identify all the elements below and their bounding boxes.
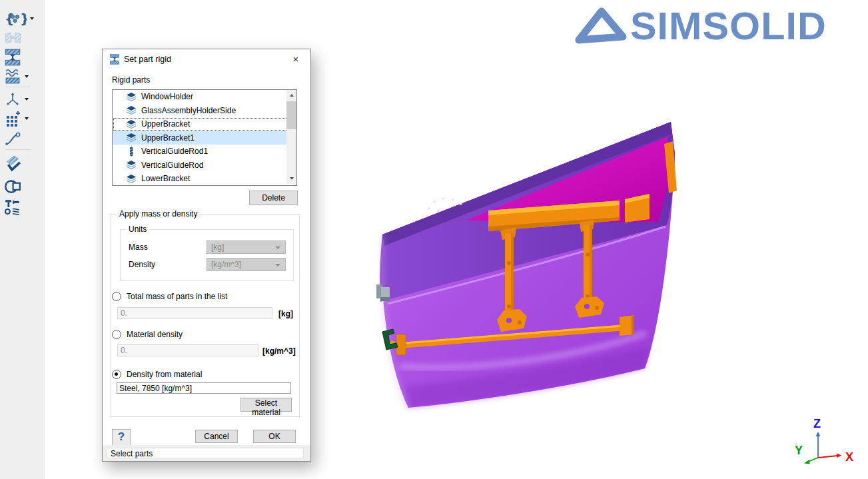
connect-parts-button-disabled bbox=[4, 29, 39, 47]
chevron-down-icon bbox=[275, 246, 280, 249]
scrollbar-thumb[interactable] bbox=[286, 101, 296, 129]
list-item[interactable]: GlassAssemblyHolderSide bbox=[113, 104, 296, 118]
total-mass-input[interactable] bbox=[117, 307, 272, 319]
rigid-parts-label: Rigid parts bbox=[112, 75, 150, 85]
layers-icon bbox=[126, 92, 137, 102]
viewport-3d[interactable] bbox=[360, 100, 693, 433]
review-icon bbox=[4, 177, 21, 195]
y-axis-label: Y bbox=[795, 444, 803, 457]
x-axis-arrow bbox=[837, 454, 841, 458]
part-name: GlassAssemblyHolderSide bbox=[141, 106, 236, 115]
material-value-field[interactable] bbox=[117, 382, 291, 394]
apply-check-button[interactable] bbox=[4, 153, 39, 173]
z-axis-label: Z bbox=[813, 417, 821, 430]
units-group-label: Units bbox=[126, 225, 149, 234]
chevron-down-icon bbox=[25, 75, 29, 78]
part-name: VerticalGuideRod bbox=[141, 161, 203, 170]
help-button[interactable]: ? bbox=[112, 429, 131, 446]
logo-text: SIMSOLID bbox=[630, 5, 827, 47]
spline-button[interactable] bbox=[4, 129, 39, 148]
layers-icon bbox=[126, 160, 137, 170]
coordinate-system-icon bbox=[4, 91, 21, 107]
chevron-down-icon bbox=[25, 117, 29, 120]
part-name: LowerBracket bbox=[141, 174, 190, 183]
layers-icon bbox=[126, 174, 137, 184]
delete-button[interactable]: Delete bbox=[249, 191, 298, 205]
coordinate-system-button[interactable] bbox=[4, 90, 39, 109]
mass-label: Mass bbox=[129, 242, 148, 252]
total-mass-option[interactable]: Total mass of parts in the list bbox=[112, 292, 227, 301]
set-part-rigid-icon bbox=[109, 54, 120, 65]
density-from-material-label: Density from material bbox=[127, 370, 202, 379]
list-item[interactable]: WindowHolder bbox=[113, 90, 296, 104]
total-mass-label: Total mass of parts in the list bbox=[127, 292, 227, 301]
material-density-option[interactable]: Material density bbox=[112, 330, 183, 339]
close-icon[interactable]: × bbox=[281, 49, 310, 69]
set-part-rigid-icon bbox=[4, 49, 21, 66]
density-unit-select: [kg/m^3] bbox=[207, 258, 286, 271]
part-name: VerticalGuideRod1 bbox=[141, 147, 208, 156]
apply-mass-group-label: Apply mass or density bbox=[117, 209, 200, 219]
set-part-rigid-dialog: Set part rigid × Rigid parts WindowHolde… bbox=[102, 49, 311, 462]
layers-icon bbox=[126, 133, 137, 143]
total-mass-radio[interactable] bbox=[112, 292, 121, 301]
list-item[interactable]: LowerBracket bbox=[113, 172, 296, 186]
part-name: UpperBracket bbox=[141, 119, 190, 129]
part-name: UpperBracket1 bbox=[141, 133, 195, 143]
svg-text:}: } bbox=[20, 11, 27, 27]
connections-group-button[interactable]: { } bbox=[4, 9, 39, 28]
density-from-material-option[interactable]: Density from material bbox=[112, 370, 202, 379]
material-density-input[interactable] bbox=[117, 344, 258, 356]
seam-weld-icon bbox=[4, 69, 21, 85]
connections-group-icon: { } bbox=[4, 11, 27, 27]
simsolid-logo: SIMSOLID bbox=[570, 5, 819, 48]
apply-check-icon bbox=[4, 155, 21, 172]
fasteners-button[interactable] bbox=[4, 197, 39, 217]
scroll-down-icon[interactable] bbox=[286, 173, 296, 184]
cancel-button[interactable]: Cancel bbox=[195, 430, 238, 443]
scroll-up-icon[interactable] bbox=[286, 90, 296, 101]
layers-icon bbox=[126, 119, 137, 129]
status-bar: Select parts bbox=[107, 448, 304, 458]
list-item[interactable]: VerticalGuideRod1 bbox=[113, 145, 296, 159]
dialog-titlebar[interactable]: Set part rigid × bbox=[103, 49, 310, 69]
dialog-title: Set part rigid bbox=[124, 49, 171, 69]
rigid-parts-list[interactable]: WindowHolder GlassAssemblyHolderSide Upp… bbox=[112, 89, 297, 186]
list-item[interactable]: UpperBracket bbox=[113, 117, 296, 131]
orientation-triad: Z Y X bbox=[789, 414, 863, 478]
material-density-radio[interactable] bbox=[112, 330, 121, 339]
layers-icon bbox=[126, 105, 137, 115]
chevron-down-icon bbox=[25, 98, 29, 101]
list-item[interactable]: UpperBracket1 bbox=[113, 131, 296, 145]
material-density-label: Material density bbox=[127, 330, 183, 339]
ok-button[interactable]: OK bbox=[253, 430, 296, 443]
units-group: Units Mass [kg] Density [kg/m^3] bbox=[120, 229, 294, 281]
toolbar-separator bbox=[5, 149, 31, 150]
set-part-rigid-button[interactable] bbox=[4, 47, 39, 67]
seam-weld-button[interactable] bbox=[4, 67, 39, 86]
select-material-button[interactable]: Select material bbox=[240, 398, 292, 412]
part-name: WindowHolder bbox=[141, 92, 193, 101]
z-axis-arrow bbox=[816, 432, 821, 436]
add-points-button[interactable] bbox=[4, 109, 39, 128]
spline-icon bbox=[4, 131, 21, 147]
x-axis-label: X bbox=[845, 450, 853, 464]
altair-triangle-icon bbox=[570, 5, 630, 48]
add-points-icon bbox=[4, 111, 21, 127]
connect-parts-icon bbox=[4, 31, 23, 45]
review-button[interactable] bbox=[4, 177, 39, 195]
chevron-down-icon bbox=[275, 264, 280, 266]
fasteners-icon bbox=[4, 199, 21, 216]
list-item[interactable]: VerticalGuideRod bbox=[113, 159, 296, 173]
total-mass-unit: [kg] bbox=[278, 309, 293, 318]
rod-icon bbox=[126, 147, 137, 157]
left-toolbar: { } bbox=[0, 0, 45, 479]
density-label: Density bbox=[129, 260, 155, 269]
density-from-material-radio[interactable] bbox=[112, 370, 121, 379]
chevron-down-icon bbox=[30, 17, 34, 20]
list-scrollbar[interactable] bbox=[286, 90, 296, 184]
mass-unit-select: [kg] bbox=[207, 240, 286, 254]
material-density-unit: [kg/m^3] bbox=[262, 346, 296, 356]
toolbar-separator bbox=[5, 87, 31, 87]
